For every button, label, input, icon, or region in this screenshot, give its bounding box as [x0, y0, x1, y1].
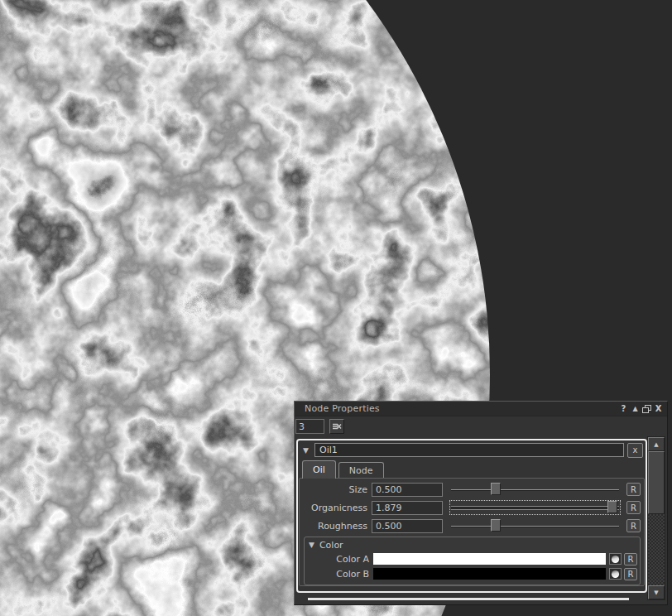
- window-controls: ? ▲ X: [618, 403, 664, 414]
- node-header: ▼ x: [298, 440, 646, 458]
- size-label: Size: [300, 484, 372, 495]
- color-b-reset-button[interactable]: R: [624, 568, 637, 580]
- scroll-down-icon[interactable]: ▼: [648, 585, 665, 599]
- organicness-label: Organicness: [300, 503, 372, 513]
- close-all-panels-button[interactable]: [329, 419, 344, 434]
- tab-node[interactable]: Node: [338, 462, 384, 478]
- roughness-reset-button[interactable]: R: [626, 519, 641, 532]
- float-window-icon[interactable]: [641, 403, 652, 414]
- color-group: ▼ Color Color A R Color B: [304, 537, 641, 585]
- tab-content: Size R Organicness R Roughness: [299, 478, 645, 586]
- scrollbar-track[interactable]: [648, 514, 665, 585]
- param-row-organicness: Organicness R: [300, 498, 644, 517]
- slider-handle[interactable]: [607, 501, 617, 513]
- color-a-label: Color A: [305, 554, 373, 565]
- panel-titlebar[interactable]: Node Properties ? ▲ X: [295, 402, 667, 416]
- organicness-slider[interactable]: [449, 500, 621, 515]
- param-row-roughness: Roughness R: [300, 517, 644, 535]
- color-picker-icon: [611, 570, 620, 579]
- organicness-reset-button[interactable]: R: [626, 501, 641, 514]
- node-properties-panel: Node Properties ? ▲ X ▼ x: [294, 401, 668, 605]
- panel-toolbar: [295, 416, 667, 436]
- slider-track: [451, 506, 619, 510]
- size-reset-button[interactable]: R: [626, 483, 641, 496]
- collapse-node-icon[interactable]: ▼: [300, 446, 311, 455]
- roughness-slider[interactable]: [449, 518, 621, 533]
- slider-track: [451, 489, 619, 490]
- scroll-up-icon[interactable]: ▲: [648, 437, 665, 451]
- organicness-input[interactable]: [372, 501, 443, 515]
- help-icon[interactable]: ?: [618, 403, 629, 414]
- color-b-label: Color B: [305, 569, 373, 580]
- color-group-header[interactable]: ▼ Color: [305, 538, 637, 551]
- close-node-button[interactable]: x: [627, 443, 643, 458]
- roughness-label: Roughness: [300, 521, 372, 532]
- max-panels-input[interactable]: [295, 419, 324, 434]
- color-a-swatch[interactable]: [373, 553, 606, 565]
- node-name-field[interactable]: [314, 443, 624, 457]
- size-slider[interactable]: [449, 482, 621, 497]
- roughness-input[interactable]: [372, 519, 443, 533]
- color-row-a: Color A R: [305, 551, 637, 566]
- tab-oil[interactable]: Oil: [302, 460, 336, 479]
- color-a-reset-button[interactable]: R: [624, 553, 637, 565]
- slider-track: [451, 526, 619, 527]
- color-a-picker-button[interactable]: [609, 553, 622, 565]
- node-panel-oil1: ▼ x Oil Node Size R Organicness: [296, 439, 647, 593]
- color-b-picker-button[interactable]: [609, 568, 622, 580]
- slider-handle[interactable]: [491, 519, 501, 532]
- scrollbar-thumb[interactable]: [648, 451, 665, 514]
- horizontal-scrollbar[interactable]: [308, 598, 629, 600]
- color-row-b: Color B R: [305, 566, 637, 581]
- close-all-panels-icon: [332, 422, 342, 431]
- color-b-swatch[interactable]: [373, 568, 606, 580]
- panel-title: Node Properties: [305, 403, 618, 414]
- size-input[interactable]: [372, 483, 443, 497]
- vertical-scrollbar[interactable]: ▲ ▼: [647, 436, 665, 600]
- color-picker-icon: [611, 555, 620, 564]
- color-group-label: Color: [319, 540, 343, 551]
- param-row-size: Size R: [300, 480, 644, 498]
- close-icon[interactable]: X: [653, 403, 664, 414]
- tab-bar: Oil Node: [298, 458, 646, 478]
- collapse-group-icon[interactable]: ▼: [309, 541, 314, 549]
- slider-handle[interactable]: [491, 483, 501, 495]
- minimize-icon[interactable]: ▲: [630, 403, 641, 414]
